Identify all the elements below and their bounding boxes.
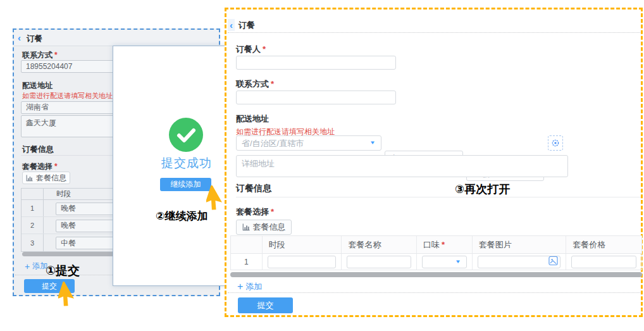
left-contact-label: 联系方式* — [22, 50, 58, 61]
meal-table: 时段 套餐名称 口味* 套餐图片 套餐价格 1 ▼ — [230, 235, 642, 270]
plus-icon: + — [25, 262, 30, 271]
right-page-title: 订餐 — [238, 20, 255, 31]
annotation-step1: ①提交 — [46, 263, 80, 279]
contact-input[interactable] — [236, 91, 396, 104]
row-index: 1 — [231, 254, 263, 270]
left-time-input-3[interactable] — [56, 237, 115, 249]
province-select-input[interactable] — [236, 135, 381, 151]
required-asterisk: * — [271, 79, 274, 89]
order-info-title: 订餐信息 — [236, 183, 271, 194]
left-add-row-link[interactable]: + 添加 — [25, 261, 47, 272]
orderer-input[interactable] — [236, 56, 396, 70]
add-row-link[interactable]: + 添加 — [237, 281, 262, 292]
success-message: 提交成功 — [161, 155, 212, 172]
left-meal-info-button[interactable]: 套餐信息 — [22, 172, 70, 184]
submit-button[interactable]: 提交 — [238, 297, 293, 313]
table-header-row: 时段 套餐名称 口味* 套餐图片 套餐价格 — [231, 236, 641, 254]
add-link-label: 添加 — [245, 281, 262, 292]
back-chevron-icon[interactable]: ‹ — [18, 33, 21, 42]
success-check-icon — [169, 118, 203, 152]
divider — [236, 197, 641, 197]
required-asterisk: * — [442, 240, 445, 249]
contact-label: 联系方式* — [236, 78, 274, 90]
time-input[interactable] — [268, 256, 337, 268]
bar-chart-icon — [26, 175, 33, 182]
chevron-down-icon: ▼ — [455, 259, 461, 265]
meal-info-button-label: 套餐信息 — [253, 222, 286, 233]
success-modal: 提交成功 继续添加 — [113, 46, 228, 286]
table-row: 1 ▼ — [231, 254, 641, 270]
left-time-column-header: 时段 — [44, 189, 71, 199]
left-meal-info-button-label: 套餐信息 — [36, 173, 66, 184]
dotted-divider — [228, 292, 640, 293]
left-meal-select-label: 套餐选择* — [22, 161, 58, 172]
yellow-cursor-icon — [58, 282, 78, 308]
orderer-label: 订餐人* — [236, 44, 266, 55]
left-address-label: 配送地址 — [22, 80, 53, 91]
annotation-step3: ③再次打开 — [455, 182, 510, 197]
row-index: 3 — [22, 234, 44, 251]
image-upload-icon[interactable] — [548, 256, 558, 268]
row-index: 2 — [22, 217, 44, 234]
meal-name-input[interactable] — [347, 256, 411, 268]
detail-address-textarea[interactable] — [236, 155, 568, 177]
left-address-hint: 如需进行配送请填写相关地址 — [22, 91, 113, 101]
left-time-input-1[interactable] — [56, 203, 115, 215]
address-label: 配送地址 — [236, 113, 269, 125]
yellow-cursor-icon — [206, 185, 226, 212]
index-column-header — [231, 236, 263, 253]
meal-image-column-header: 套餐图片 — [473, 236, 567, 253]
chevron-down-icon: ▼ — [369, 141, 376, 146]
left-index-column-header — [22, 189, 44, 199]
dotted-divider — [228, 32, 640, 33]
required-asterisk: * — [54, 162, 58, 171]
left-page-title: 订餐 — [27, 34, 42, 44]
meal-name-column-header: 套餐名称 — [342, 236, 417, 253]
time-column-header: 时段 — [263, 236, 342, 253]
aim-target-icon — [551, 139, 560, 147]
left-order-info-title: 订餐信息 — [22, 144, 54, 155]
province-select[interactable]: ▼ — [236, 135, 381, 151]
meal-price-column-header: 套餐价格 — [566, 236, 641, 253]
row-index: 1 — [22, 200, 44, 216]
required-asterisk: * — [271, 207, 274, 216]
meal-price-input[interactable] — [571, 256, 636, 268]
horizontal-scrollbar[interactable] — [230, 272, 642, 277]
screenshot-canvas: ‹ 订餐 联系方式* 配送地址 如需进行配送请填写相关地址 鑫天大厦 订餐信息 … — [0, 0, 644, 331]
annotation-step2: ②继续添加 — [156, 209, 207, 223]
left-time-input-2[interactable] — [56, 220, 115, 232]
back-chevron-icon[interactable]: ‹ — [228, 19, 235, 31]
meal-select-label: 套餐选择* — [236, 206, 274, 218]
required-asterisk: * — [54, 51, 58, 59]
locate-address-button[interactable] — [548, 135, 563, 151]
flavor-column-header: 口味* — [417, 236, 473, 253]
plus-icon: + — [237, 282, 243, 292]
meal-info-button[interactable]: 套餐信息 — [236, 220, 292, 235]
bar-chart-icon — [242, 223, 250, 231]
required-asterisk: * — [263, 44, 266, 54]
left-panel-header: ‹ 订餐 — [14, 30, 219, 46]
continue-add-button[interactable]: 继续添加 — [160, 178, 211, 191]
right-order-form-panel: ‹ 订餐 订餐人* 联系方式* 配送地址 如需进行配送请填写相关地址 ▼ ▼ ▼ — [225, 8, 643, 317]
